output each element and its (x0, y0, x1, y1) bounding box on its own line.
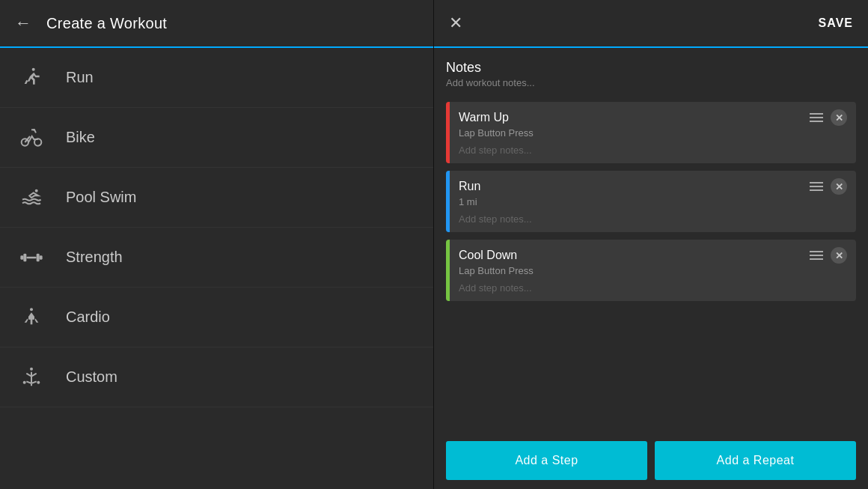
add-step-button[interactable]: Add a Step (446, 441, 647, 480)
step-card-cool-down: Cool Down ✕ Lap Button Press Add step no… (446, 240, 856, 301)
left-header: ← Create a Workout (0, 0, 433, 48)
run-label: Run (66, 69, 94, 86)
warm-up-notes[interactable]: Add step notes... (459, 145, 847, 156)
run-step-delete-button[interactable]: ✕ (831, 178, 847, 195)
sidebar-item-bike[interactable]: Bike (0, 108, 433, 168)
bike-label: Bike (66, 129, 95, 146)
add-repeat-button[interactable]: Add a Repeat (655, 441, 856, 480)
svg-rect-7 (23, 253, 26, 261)
back-button[interactable]: ← (15, 13, 31, 33)
right-header: ✕ SAVE (434, 0, 868, 48)
cool-down-notes[interactable]: Add step notes... (459, 282, 847, 294)
warm-up-actions: ✕ (810, 109, 847, 126)
cool-down-actions: ✕ (810, 247, 847, 264)
strength-label: Strength (66, 249, 123, 266)
warm-up-name: Warm Up (459, 111, 509, 124)
bottom-buttons: Add a Step Add a Repeat (434, 432, 868, 489)
cool-down-reorder-icon[interactable] (810, 251, 823, 260)
cool-down-delete-button[interactable]: ✕ (831, 247, 847, 264)
sidebar-item-strength[interactable]: Strength (0, 228, 433, 288)
run-step-notes[interactable]: Add step notes... (459, 213, 847, 225)
warm-up-header-row: Warm Up ✕ (459, 109, 847, 126)
run-step-actions: ✕ (810, 178, 847, 195)
close-button[interactable]: ✕ (449, 13, 462, 33)
pool-swim-label: Pool Swim (66, 189, 136, 206)
bike-icon (18, 124, 45, 151)
warm-up-body: Warm Up ✕ Lap Button Press Add step note… (450, 102, 856, 163)
custom-icon (18, 364, 45, 391)
warm-up-reorder-icon[interactable] (810, 113, 823, 122)
step-card-run: Run ✕ 1 mi Add step notes... (446, 171, 856, 232)
run-step-header-row: Run ✕ (459, 178, 847, 195)
svg-point-10 (30, 308, 33, 311)
run-step-name: Run (459, 180, 480, 193)
svg-point-3 (33, 129, 35, 131)
left-panel: ← Create a Workout Run (0, 0, 434, 489)
workout-content: Notes Add workout notes... Warm Up ✕ Lap… (434, 48, 868, 432)
sidebar-item-custom[interactable]: Custom (0, 347, 433, 407)
notes-input[interactable]: Add workout notes... (446, 77, 856, 88)
sidebar-item-pool-swim[interactable]: Pool Swim (0, 168, 433, 228)
svg-point-4 (35, 189, 38, 192)
notes-title: Notes (446, 60, 856, 76)
sidebar-item-run[interactable]: Run (0, 48, 433, 108)
strength-icon (18, 244, 45, 271)
warm-up-subtitle: Lap Button Press (459, 127, 847, 139)
run-step-body: Run ✕ 1 mi Add step notes... (450, 171, 856, 232)
notes-section: Notes Add workout notes... (446, 60, 856, 88)
cool-down-header-row: Cool Down ✕ (459, 247, 847, 264)
custom-label: Custom (66, 368, 117, 386)
page-title: Create a Workout (46, 15, 167, 32)
warm-up-delete-button[interactable]: ✕ (831, 109, 847, 126)
right-panel: ✕ SAVE Notes Add workout notes... Warm U… (434, 0, 868, 489)
cool-down-name: Cool Down (459, 249, 517, 262)
svg-point-12 (23, 380, 26, 383)
step-card-warm-up: Warm Up ✕ Lap Button Press Add step note… (446, 102, 856, 163)
svg-point-11 (30, 367, 33, 370)
run-step-subtitle: 1 mi (459, 196, 847, 207)
svg-rect-9 (26, 256, 36, 258)
sidebar-item-cardio[interactable]: Cardio (0, 288, 433, 347)
run-icon (18, 64, 45, 91)
save-button[interactable]: SAVE (819, 16, 853, 30)
cardio-icon (18, 304, 45, 331)
svg-rect-6 (40, 255, 43, 259)
cool-down-body: Cool Down ✕ Lap Button Press Add step no… (450, 240, 856, 301)
workout-type-list: Run Bike Pool Swim (0, 48, 433, 489)
cardio-label: Cardio (66, 309, 110, 326)
svg-point-13 (37, 380, 40, 383)
cool-down-subtitle: Lap Button Press (459, 265, 847, 276)
swim-icon (18, 184, 45, 211)
svg-rect-8 (37, 253, 40, 261)
run-step-reorder-icon[interactable] (810, 182, 823, 191)
svg-rect-5 (20, 255, 23, 259)
svg-point-0 (32, 67, 35, 70)
